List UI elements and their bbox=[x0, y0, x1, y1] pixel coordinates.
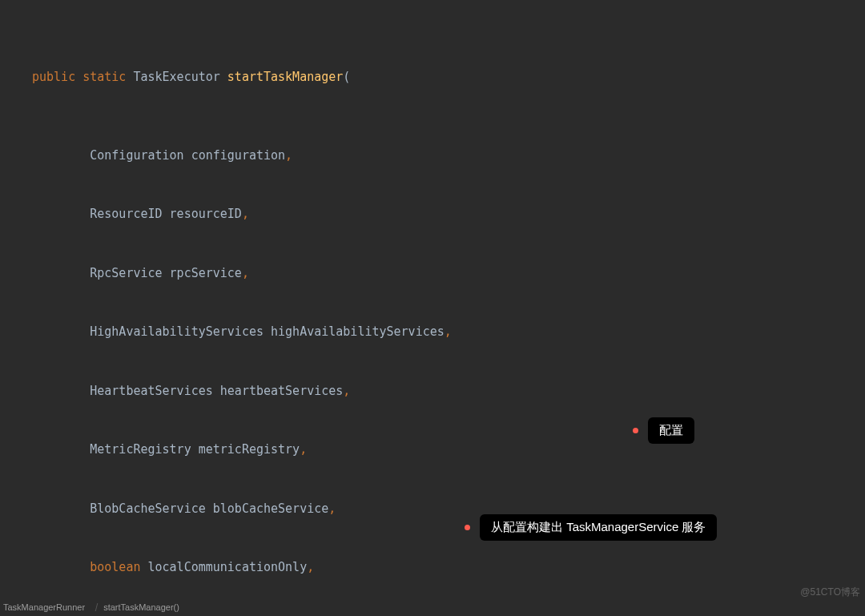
annotation-label: 配置 bbox=[648, 417, 694, 444]
code-line: MetricRegistry metricRegistry, bbox=[0, 440, 865, 460]
breadcrumb-separator-icon bbox=[91, 603, 99, 611]
method-name: startTaskManager bbox=[227, 70, 344, 84]
watermark: @51CTO博客 bbox=[800, 582, 860, 602]
annotation-config: 配置 bbox=[633, 417, 694, 444]
code-line: RpcService rpcService, bbox=[0, 264, 865, 284]
breadcrumb[interactable]: TaskManagerRunner startTaskManager() bbox=[3, 600, 179, 614]
annotation-dot-icon bbox=[633, 428, 638, 433]
code-line: boolean localCommunicationOnly, bbox=[0, 558, 865, 578]
code-line: ResourceID resourceID, bbox=[0, 204, 865, 224]
code-line: BlobCacheService blobCacheService, bbox=[0, 499, 865, 519]
annotation-dot-icon bbox=[465, 525, 470, 530]
breadcrumb-class[interactable]: TaskManagerRunner bbox=[3, 598, 85, 616]
code-line: Configuration configuration, bbox=[0, 146, 865, 166]
code-line: HighAvailabilityServices highAvailabilit… bbox=[0, 322, 865, 342]
breadcrumb-method[interactable]: startTaskManager() bbox=[103, 598, 179, 616]
open-paren: ( bbox=[343, 70, 350, 84]
annotation-label: 从配置构建出 TaskManagerService 服务 bbox=[480, 514, 717, 541]
code-line: HeartbeatServices heartbeatServices, bbox=[0, 381, 865, 401]
code-editor[interactable]: public static TaskExecutor startTaskMana… bbox=[0, 0, 865, 616]
code-line: public static TaskExecutor startTaskMana… bbox=[0, 67, 865, 87]
keyword-static: static bbox=[82, 70, 126, 84]
keyword-public: public bbox=[32, 70, 75, 84]
return-type: TaskExecutor bbox=[133, 70, 219, 84]
annotation-taskmanagerservice: 从配置构建出 TaskManagerService 服务 bbox=[465, 514, 717, 541]
